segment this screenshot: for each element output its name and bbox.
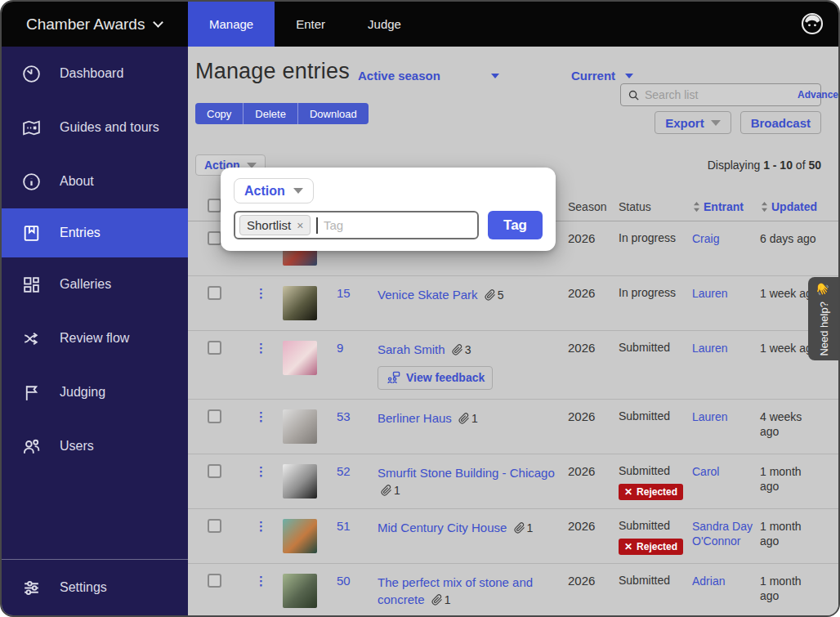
entry-title-link[interactable]: The perfect mix of stone and concrete <box>378 575 533 607</box>
entry-title-link[interactable]: Sarah Smith <box>378 342 445 356</box>
sidebar-item-users[interactable]: Users <box>2 419 188 473</box>
season-filter[interactable]: Active season <box>358 69 440 83</box>
kebab-menu-icon[interactable]: ⋮ <box>255 286 267 300</box>
download-button[interactable]: Download <box>297 103 369 124</box>
entry-id-link[interactable]: 50 <box>337 574 351 588</box>
entry-thumbnail[interactable] <box>283 574 317 608</box>
status-text: Submitted <box>619 519 670 532</box>
status-cell: In progress ✕ <box>619 286 692 299</box>
sidebar-item-about[interactable]: About <box>2 154 188 208</box>
row-checkbox[interactable] <box>208 409 221 423</box>
tag-input[interactable]: Shortlist × Tag <box>234 211 479 239</box>
entry-title-link[interactable]: Smurfit Stone Building - Chicago <box>378 466 555 480</box>
need-help-tab[interactable]: Need help? 👋 <box>808 277 838 360</box>
broadcast-label: Broadcast <box>751 116 811 130</box>
tag-submit-button[interactable]: Tag <box>488 211 543 239</box>
export-button[interactable]: Export <box>655 111 731 134</box>
close-icon[interactable]: × <box>297 219 303 232</box>
row-checkbox[interactable] <box>208 574 221 588</box>
entry-thumbnail[interactable] <box>283 519 317 553</box>
sort-icon <box>692 201 701 212</box>
feedback-icon <box>386 370 401 386</box>
entry-title-link[interactable]: Mid Century City House <box>378 521 507 534</box>
entrant-link[interactable]: Lauren <box>692 342 728 355</box>
tab-enter[interactable]: Enter <box>275 2 346 47</box>
sort-icon <box>760 201 769 212</box>
search-input[interactable] <box>645 88 793 101</box>
tab-judge[interactable]: Judge <box>346 2 422 47</box>
row-checkbox[interactable] <box>208 519 221 533</box>
entry-id-link[interactable]: 51 <box>337 519 351 533</box>
kebab-menu-icon[interactable]: ⋮ <box>255 464 267 478</box>
select-all-checkbox[interactable] <box>208 199 221 212</box>
entry-id-link[interactable]: 15 <box>337 286 351 300</box>
brand-menu[interactable]: Chamber Awards <box>2 2 188 47</box>
entrant-link[interactable]: Carol <box>692 465 719 478</box>
entry-id-link[interactable]: 52 <box>337 464 351 478</box>
table-body: ⋮ 2026 In progress ✕ Craig 6 days ago ⋮ … <box>188 221 838 615</box>
entry-thumbnail[interactable] <box>283 286 317 320</box>
chevron-down-icon[interactable] <box>625 74 633 78</box>
copy-button[interactable]: Copy <box>195 103 243 124</box>
entry-thumbnail[interactable] <box>283 464 317 499</box>
row-checkbox[interactable] <box>208 286 221 300</box>
status-text: Submitted <box>619 574 670 587</box>
sidebar-item-label: Review flow <box>60 331 129 346</box>
kebab-menu-icon[interactable]: ⋮ <box>255 519 267 533</box>
entrant-link[interactable]: Craig <box>692 232 719 245</box>
app-window: Chamber Awards Manage Enter Judge Dashbo… <box>0 0 840 617</box>
scope-filter[interactable]: Current <box>571 69 615 83</box>
entry-id-link[interactable]: 9 <box>337 341 343 355</box>
entry-title-link[interactable]: Venice Skate Park <box>378 288 478 302</box>
column-header-updated[interactable]: Updated <box>760 200 822 213</box>
attachment-count: 1 <box>471 412 478 425</box>
sidebar-item-judging[interactable]: Judging <box>2 365 188 419</box>
entry-title-link[interactable]: Berliner Haus <box>378 411 452 425</box>
sidebar-item-settings[interactable]: Settings <box>2 560 188 615</box>
row-checkbox[interactable] <box>208 341 221 355</box>
attachment-indicator: 5 <box>485 288 504 302</box>
kebab-menu-icon[interactable]: ⋮ <box>255 574 267 588</box>
chevron-down-icon <box>293 188 303 194</box>
chevron-down-icon[interactable] <box>491 74 499 78</box>
tab-manage[interactable]: Manage <box>188 2 275 47</box>
user-avatar-icon[interactable] <box>799 11 825 37</box>
updated-cell: 6 days ago <box>760 231 822 247</box>
entrant-link[interactable]: Lauren <box>692 287 728 300</box>
table-row: ⋮ 51 Mid Century City House 1 2026 Submi… <box>188 509 838 564</box>
status-text: In progress <box>619 231 676 244</box>
entrant-link[interactable]: Sandra Day O'Connor <box>692 520 753 548</box>
row-checkbox[interactable] <box>208 231 221 245</box>
tag-row: Shortlist × Tag Tag <box>234 211 543 239</box>
popup-action-dropdown[interactable]: Action <box>234 178 314 203</box>
page-title: Manage entries <box>195 59 350 84</box>
sidebar-item-entries[interactable]: Entries <box>2 208 188 257</box>
entry-id-link[interactable]: 53 <box>337 409 351 423</box>
sidebar-item-guides-and-tours[interactable]: Guides and tours <box>2 101 188 154</box>
attachment-count: 1 <box>527 521 534 534</box>
kebab-menu-icon[interactable]: ⋮ <box>255 341 267 355</box>
sidebar-item-dashboard[interactable]: Dashboard <box>2 47 188 101</box>
entrant-link[interactable]: Adrian <box>692 575 725 588</box>
kebab-menu-icon[interactable]: ⋮ <box>255 409 267 423</box>
column-header-entrant[interactable]: Entrant <box>692 200 760 213</box>
sidebar-item-review-flow[interactable]: Review flow <box>2 311 188 365</box>
view-feedback-button[interactable]: View feedback <box>378 366 493 390</box>
users-icon <box>21 436 42 457</box>
tag-chip: Shortlist × <box>239 215 311 235</box>
table-row: ⋮ 52 Smurfit Stone Building - Chicago 1 … <box>188 454 838 509</box>
delete-button[interactable]: Delete <box>243 103 297 124</box>
sidebar-item-galleries[interactable]: Galleries <box>2 257 188 311</box>
status-text: In progress <box>619 286 676 299</box>
filters: Active season Current <box>358 69 633 83</box>
season-cell: 2026 <box>568 409 619 423</box>
entry-thumbnail[interactable] <box>283 341 317 375</box>
advanced-search-link[interactable]: Advanced <box>798 89 840 101</box>
entrant-link[interactable]: Lauren <box>692 410 728 423</box>
broadcast-button[interactable]: Broadcast <box>740 111 821 134</box>
attachment-indicator: 3 <box>452 343 471 356</box>
updated-cell: 1 month ago <box>760 464 822 495</box>
tag-input-placeholder: Tag <box>324 218 343 232</box>
row-checkbox[interactable] <box>208 464 221 478</box>
entry-thumbnail[interactable] <box>283 409 317 444</box>
